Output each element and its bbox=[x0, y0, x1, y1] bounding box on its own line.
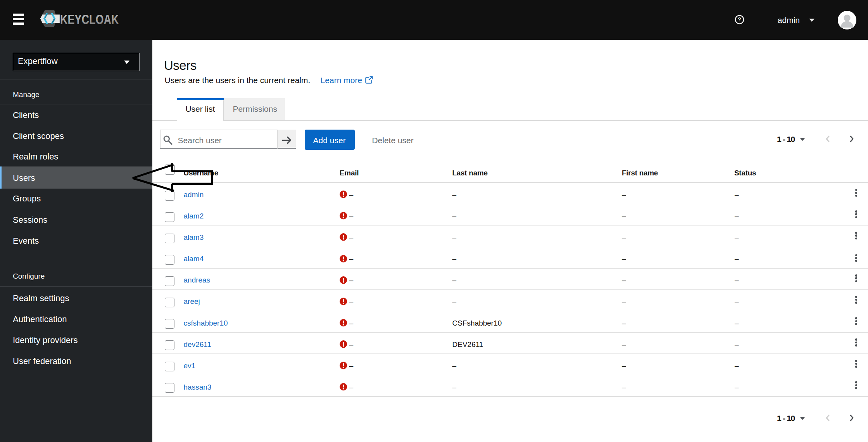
svg-text:KEYCLOAK: KEYCLOAK bbox=[60, 12, 119, 27]
svg-text:?: ? bbox=[738, 16, 741, 23]
